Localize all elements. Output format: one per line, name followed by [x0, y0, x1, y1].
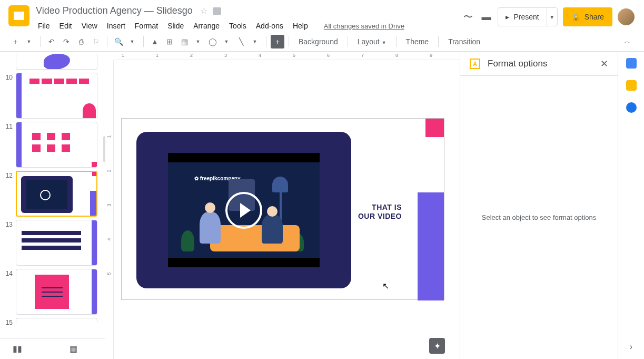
star-icon[interactable]: ☆ — [200, 6, 207, 16]
format-panel-title: Format options — [488, 59, 593, 69]
slide-text-line1: THAT IS — [372, 203, 402, 211]
share-label: Share — [584, 13, 604, 21]
menu-insert[interactable]: Insert — [103, 20, 130, 32]
background-button[interactable]: Background — [293, 37, 343, 46]
paint-format-button[interactable]: ⚐ — [89, 35, 103, 48]
image-dropdown[interactable]: ▼ — [191, 35, 205, 48]
shape-dropdown[interactable]: ▼ — [220, 35, 233, 48]
new-slide-button[interactable]: + — [8, 35, 22, 48]
transition-button[interactable]: Transition — [443, 37, 486, 46]
explore-button[interactable]: ✦ — [429, 338, 445, 354]
print-button[interactable]: ⎙ — [74, 35, 88, 48]
menu-bar: File Edit View Insert Format Slide Arran… — [34, 20, 462, 32]
app-logo[interactable] — [8, 5, 29, 26]
format-panel-header: A Format options ✕ — [460, 52, 618, 76]
view-footer: ▮▮ ▦ — [0, 338, 105, 359]
ruler-vertical: 12345 — [105, 60, 114, 359]
canvas-area[interactable]: 1123456789 12345 ✿ freepikcompany — [105, 52, 460, 359]
slide-text-line2: OUR VIDEO — [358, 212, 402, 220]
layout-button[interactable]: Layout ▼ — [352, 37, 392, 46]
folder-icon[interactable] — [213, 7, 221, 15]
separator — [266, 36, 266, 47]
collapse-toolbar[interactable]: ︿ — [619, 37, 636, 46]
main: 10 11 12 13 14 15 ▮▮ ▦ 1123456789 12345 … — [0, 52, 644, 359]
slide-thumbnail-12[interactable] — [16, 171, 97, 217]
thumb-number: 13 — [4, 220, 13, 228]
thumb-number: 14 — [4, 269, 13, 277]
separator — [289, 36, 289, 47]
slide-thumbnail-14[interactable] — [16, 269, 97, 315]
separator — [107, 36, 107, 47]
menu-tools[interactable]: Tools — [225, 20, 251, 32]
menu-file[interactable]: File — [34, 20, 54, 32]
decorative-shape[interactable] — [418, 192, 444, 300]
format-icon: A — [470, 59, 480, 69]
expand-icon[interactable]: › — [630, 342, 632, 352]
theme-button[interactable]: Theme — [401, 37, 434, 46]
activity-icon[interactable]: 〜 — [462, 11, 474, 23]
filmstrip-view-icon[interactable]: ▮▮ — [13, 344, 22, 354]
comments-icon[interactable]: ▬ — [480, 11, 492, 23]
format-panel-placeholder: Select an object to see format options — [460, 76, 618, 359]
separator — [143, 36, 144, 47]
play-icon[interactable] — [225, 192, 262, 229]
image-tool[interactable]: ▦ — [177, 35, 191, 48]
present-button[interactable]: ▸Present ▼ — [498, 7, 557, 26]
saved-status[interactable]: All changes saved in Drive — [324, 22, 404, 30]
slide-title-text[interactable]: THAT IS OUR VIDEO — [358, 203, 402, 221]
menu-help[interactable]: Help — [289, 20, 312, 32]
separator — [40, 36, 41, 47]
share-button[interactable]: 🔒Share — [563, 7, 612, 26]
close-icon[interactable]: ✕ — [600, 58, 608, 70]
undo-button[interactable]: ↶ — [45, 35, 58, 48]
line-tool[interactable]: ╲ — [234, 35, 248, 48]
new-slide-dropdown[interactable]: ▼ — [22, 35, 36, 48]
select-tool[interactable]: ▲ — [148, 35, 162, 48]
present-icon: ▸ — [506, 13, 509, 21]
toolbar: +▼ ↶ ↷ ⎙ ⚐ 🔍▼ ▲ ⊞ ▦▼ ◯▼ ╲▼ + Background … — [0, 32, 644, 52]
avatar[interactable] — [618, 8, 635, 25]
present-label: Present — [513, 13, 539, 21]
slide-thumbnail-9[interactable] — [16, 54, 97, 70]
slide-thumbnail-11[interactable] — [16, 122, 97, 168]
calendar-icon[interactable] — [626, 58, 637, 69]
comment-button[interactable]: + — [271, 35, 284, 48]
tasks-icon[interactable] — [626, 102, 637, 113]
header: Video Production Agency — Slidesgo ☆ Fil… — [0, 0, 644, 32]
title-area: Video Production Agency — Slidesgo ☆ Fil… — [34, 3, 462, 32]
format-options-panel: A Format options ✕ Select an object to s… — [460, 52, 618, 359]
menu-edit[interactable]: Edit — [55, 20, 76, 32]
separator — [348, 36, 348, 47]
keep-icon[interactable] — [626, 80, 637, 91]
document-title[interactable]: Video Production Agency — Slidesgo — [34, 4, 195, 17]
zoom-dropdown[interactable]: ▼ — [125, 35, 139, 48]
menu-arrange[interactable]: Arrange — [189, 20, 224, 32]
ruler-horizontal: 1123456789 — [114, 52, 460, 60]
zoom-button[interactable]: 🔍 — [112, 35, 125, 48]
lock-icon: 🔒 — [571, 13, 580, 21]
slide-canvas[interactable]: ✿ freepikcompany THAT IS OUR VIDEO — [121, 118, 444, 300]
grid-view-icon[interactable]: ▦ — [70, 344, 77, 354]
shape-tool[interactable]: ◯ — [206, 35, 220, 48]
menu-slide[interactable]: Slide — [163, 20, 188, 32]
slide-thumbnail-15[interactable] — [16, 318, 97, 323]
slide-thumbnail-10[interactable] — [16, 73, 97, 119]
redo-button[interactable]: ↷ — [60, 35, 73, 48]
thumb-number: 15 — [4, 318, 13, 326]
present-dropdown[interactable]: ▼ — [547, 8, 557, 26]
video-element[interactable]: ✿ freepikcompany — [136, 132, 351, 288]
menu-addons[interactable]: Add-ons — [252, 20, 288, 32]
line-dropdown[interactable]: ▼ — [248, 35, 262, 48]
menu-format[interactable]: Format — [131, 20, 162, 32]
menu-view[interactable]: View — [77, 20, 102, 32]
separator — [438, 36, 439, 47]
separator — [396, 36, 397, 47]
thumbnail-panel[interactable]: 10 11 12 13 14 15 ▮▮ ▦ — [0, 52, 105, 359]
textbox-tool[interactable]: ⊞ — [163, 35, 176, 48]
decorative-shape[interactable] — [425, 119, 444, 137]
header-actions: 〜 ▬ ▸Present ▼ 🔒Share — [462, 3, 640, 26]
side-panel: › — [618, 52, 644, 359]
thumb-number — [4, 54, 13, 55]
letterbox-bar — [168, 258, 320, 267]
slide-thumbnail-13[interactable] — [16, 220, 97, 266]
